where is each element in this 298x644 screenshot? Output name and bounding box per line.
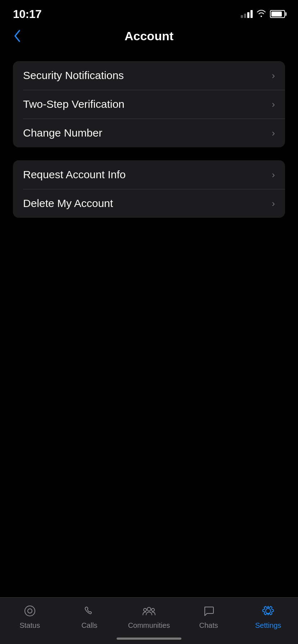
chevron-right-icon: › [272, 198, 275, 209]
home-indicator [117, 638, 181, 640]
tab-calls-label: Calls [81, 621, 97, 630]
chevron-right-icon: › [272, 70, 275, 81]
status-bar: 10:17 [0, 0, 298, 22]
tab-communities-label: Communities [128, 621, 170, 630]
back-button[interactable] [13, 29, 22, 43]
two-step-verification-item[interactable]: Two-Step Verification › [13, 90, 285, 119]
svg-point-3 [144, 608, 146, 611]
request-account-info-item[interactable]: Request Account Info › [13, 160, 285, 189]
tab-chats-label: Chats [199, 621, 218, 630]
tab-communities[interactable]: Communities [124, 603, 174, 630]
account-menu-group: Request Account Info › Delete My Account… [13, 160, 285, 218]
page-title: Account [125, 29, 173, 43]
calls-icon [82, 603, 97, 618]
settings-icon [261, 603, 276, 618]
wifi-icon [256, 9, 266, 19]
two-step-verification-label: Two-Step Verification [23, 98, 125, 110]
status-time: 10:17 [13, 8, 41, 21]
tab-settings-label: Settings [255, 621, 281, 630]
security-menu-group: Security Notifications › Two-Step Verifi… [13, 61, 285, 147]
svg-point-0 [25, 606, 35, 616]
change-number-item[interactable]: Change Number › [13, 119, 285, 147]
tab-bar: Status Calls Communities [0, 597, 298, 644]
svg-point-2 [147, 607, 151, 611]
content-area: Security Notifications › Two-Step Verifi… [0, 50, 298, 218]
delete-my-account-label: Delete My Account [23, 197, 113, 210]
change-number-label: Change Number [23, 127, 102, 139]
security-notifications-item[interactable]: Security Notifications › [13, 61, 285, 90]
battery-icon [270, 10, 285, 18]
chevron-right-icon: › [272, 128, 275, 139]
svg-point-1 [28, 609, 32, 613]
chevron-right-icon: › [272, 99, 275, 110]
chevron-right-icon: › [272, 169, 275, 180]
signal-icon [241, 10, 253, 18]
svg-point-4 [152, 608, 154, 611]
chats-icon [201, 603, 216, 618]
tab-calls[interactable]: Calls [64, 603, 114, 630]
communities-icon [141, 603, 157, 618]
security-notifications-label: Security Notifications [23, 69, 124, 82]
tab-chats[interactable]: Chats [184, 603, 234, 630]
tab-status-label: Status [19, 621, 40, 630]
tab-settings[interactable]: Settings [243, 603, 293, 630]
status-icons [241, 9, 285, 19]
request-account-info-label: Request Account Info [23, 169, 126, 181]
status-icon [22, 603, 37, 618]
tab-status[interactable]: Status [5, 603, 55, 630]
delete-my-account-item[interactable]: Delete My Account › [13, 189, 285, 218]
nav-header: Account [0, 22, 298, 50]
